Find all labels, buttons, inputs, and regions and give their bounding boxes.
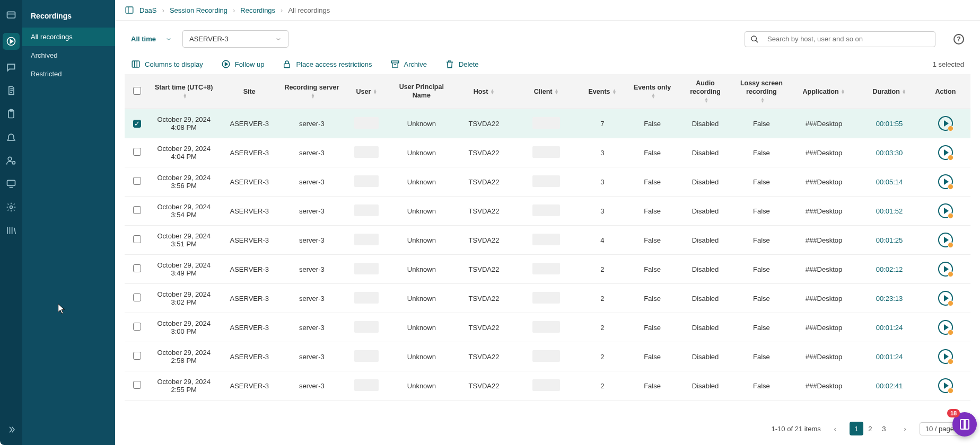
page-1[interactable]: 1 [850, 422, 863, 435]
play-button[interactable] [938, 116, 953, 131]
cell-recording-server: server-3 [281, 371, 343, 400]
breadcrumb-session-recording[interactable]: Session Recording [170, 6, 228, 14]
nav-document-icon[interactable] [5, 85, 17, 96]
table-row[interactable]: October 29, 2024 3:00 PMASERVER-3server-… [125, 313, 970, 342]
panel-toggle-icon[interactable] [125, 5, 134, 15]
nav-bell-icon[interactable] [5, 131, 17, 143]
cell-audio: Disabled [677, 138, 733, 167]
row-checkbox[interactable] [133, 177, 141, 185]
cell-host: TSVDA22 [453, 255, 515, 284]
nav-expand-icon[interactable] [5, 424, 17, 435]
col-events-only[interactable]: Events only▲▼ [627, 74, 677, 109]
col-host[interactable]: Host▲▼ [453, 74, 515, 109]
cell-recording-server: server-3 [281, 342, 343, 371]
col-audio[interactable]: Audio recording▲▼ [677, 74, 733, 109]
table-row[interactable]: October 29, 2024 3:54 PMASERVER-3server-… [125, 197, 970, 226]
help-widget[interactable]: 18 [952, 412, 977, 437]
cell-duration[interactable]: 00:01:25 [858, 226, 921, 255]
status-dot-icon [948, 126, 953, 131]
cell-duration[interactable]: 00:02:12 [858, 255, 921, 284]
play-button[interactable] [938, 378, 953, 393]
cell-duration[interactable]: 00:01:52 [858, 197, 921, 226]
breadcrumb-recordings[interactable]: Recordings [240, 6, 275, 14]
row-checkbox[interactable] [133, 293, 141, 301]
columns-to-display-button[interactable]: Columns to display [131, 59, 203, 69]
cell-duration[interactable]: 00:01:24 [858, 342, 921, 371]
sidebar-item-restricted[interactable]: Restricted [22, 65, 115, 83]
cell-user [343, 342, 390, 371]
col-lossy[interactable]: Lossy screen recording▲▼ [733, 74, 790, 109]
cell-duration[interactable]: 00:01:55 [858, 109, 921, 138]
cell-app: ###Desktop [790, 197, 858, 226]
nav-home-icon[interactable] [5, 10, 17, 21]
table-row[interactable]: October 29, 2024 3:02 PMASERVER-3server-… [125, 284, 970, 313]
sidebar-item-archived[interactable]: Archived [22, 46, 115, 65]
page-2[interactable]: 2 [863, 422, 877, 435]
play-button[interactable] [938, 320, 953, 335]
row-checkbox[interactable] [133, 148, 141, 156]
followup-button[interactable]: Follow up [221, 59, 265, 69]
play-button[interactable] [938, 262, 953, 277]
cell-upn: Unknown [390, 197, 453, 226]
play-button[interactable] [938, 145, 953, 160]
row-checkbox[interactable]: ✓ [133, 120, 141, 128]
cell-start: October 29, 2024 4:08 PM [150, 109, 218, 138]
col-user[interactable]: User▲▼ [343, 74, 390, 109]
table-row[interactable]: ✓October 29, 2024 4:08 PMASERVER-3server… [125, 109, 970, 138]
breadcrumb-root[interactable]: DaaS [139, 6, 157, 14]
cell-site: ASERVER-3 [218, 226, 281, 255]
page-prev[interactable]: ‹ [828, 422, 842, 435]
col-recording-server[interactable]: Recording server▲▼ [281, 74, 343, 109]
nav-chat-icon[interactable] [5, 61, 17, 73]
restrict-button[interactable]: Place access restrictions [282, 59, 372, 69]
server-select[interactable]: ASERVER-3 [182, 30, 288, 48]
page-next[interactable]: › [898, 422, 912, 435]
col-client[interactable]: Client▲▼ [515, 74, 578, 109]
play-button[interactable] [938, 291, 953, 306]
help-icon[interactable]: ? [953, 34, 964, 44]
row-checkbox[interactable] [133, 381, 141, 389]
nav-monitor-icon[interactable] [5, 178, 17, 190]
play-button[interactable] [938, 233, 953, 247]
col-application[interactable]: Application▲▼ [790, 74, 858, 109]
row-checkbox[interactable] [133, 235, 141, 243]
cell-upn: Unknown [390, 284, 453, 313]
col-site[interactable]: Site [218, 74, 281, 109]
cell-events: 3 [578, 138, 627, 167]
col-duration[interactable]: Duration▲▼ [858, 74, 921, 109]
table-row[interactable]: October 29, 2024 3:49 PMASERVER-3server-… [125, 255, 970, 284]
row-checkbox[interactable] [133, 323, 141, 331]
delete-button[interactable]: Delete [445, 59, 479, 69]
archive-button[interactable]: Archive [390, 59, 427, 69]
play-button[interactable] [938, 174, 953, 189]
cell-duration[interactable]: 00:01:24 [858, 313, 921, 342]
table-row[interactable]: October 29, 2024 2:55 PMASERVER-3server-… [125, 371, 970, 400]
col-events[interactable]: Events▲▼ [578, 74, 627, 109]
select-all-checkbox[interactable] [133, 87, 141, 95]
play-button[interactable] [938, 349, 953, 364]
play-button[interactable] [938, 203, 953, 218]
search-box[interactable] [745, 31, 935, 47]
search-input[interactable] [767, 35, 930, 43]
cell-duration[interactable]: 00:02:41 [858, 371, 921, 400]
cell-duration[interactable]: 00:23:13 [858, 284, 921, 313]
row-checkbox[interactable] [133, 264, 141, 272]
row-checkbox[interactable] [133, 352, 141, 360]
nav-library-icon[interactable] [5, 225, 17, 236]
cell-duration[interactable]: 00:03:30 [858, 138, 921, 167]
col-start-time[interactable]: Start time (UTC+8)▲▼ [150, 74, 218, 109]
sidebar-item-all-recordings[interactable]: All recordings [22, 28, 115, 46]
table-row[interactable]: October 29, 2024 4:04 PMASERVER-3server-… [125, 138, 970, 167]
nav-user-icon[interactable] [5, 155, 17, 166]
col-upn[interactable]: User Principal Name [390, 74, 453, 109]
time-filter-dropdown[interactable]: All time [131, 35, 172, 43]
page-3[interactable]: 3 [877, 422, 891, 435]
table-row[interactable]: October 29, 2024 2:58 PMASERVER-3server-… [125, 342, 970, 371]
table-row[interactable]: October 29, 2024 3:51 PMASERVER-3server-… [125, 226, 970, 255]
row-checkbox[interactable] [133, 206, 141, 214]
nav-recordings-icon[interactable] [3, 33, 20, 50]
nav-clipboard-icon[interactable] [5, 108, 17, 120]
table-row[interactable]: October 29, 2024 3:56 PMASERVER-3server-… [125, 167, 970, 197]
nav-gear-icon[interactable] [5, 201, 17, 213]
cell-duration[interactable]: 00:05:14 [858, 167, 921, 197]
